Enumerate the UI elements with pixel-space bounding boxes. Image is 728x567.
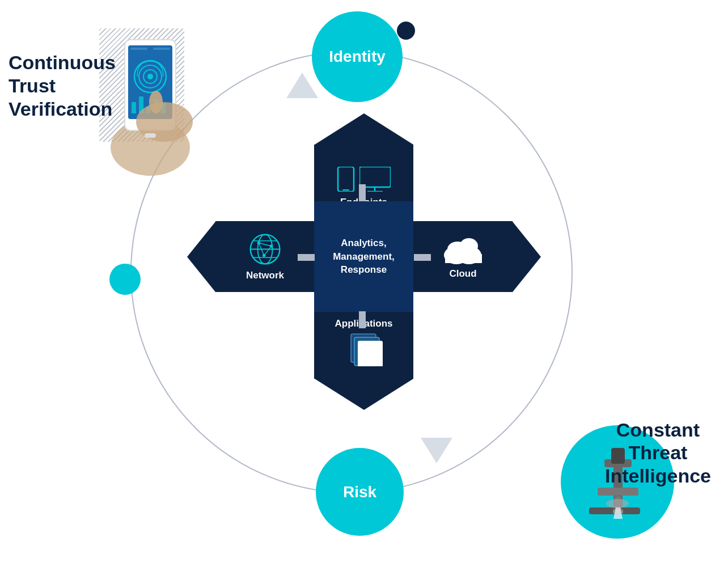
arrow-up-identity: [286, 73, 318, 98]
constant-threat-label: ConstantThreatIntelligence: [605, 418, 711, 488]
teal-dot-left: [109, 264, 141, 295]
identity-dark-dot: [397, 22, 415, 40]
risk-label: Risk: [343, 483, 376, 501]
svg-rect-7: [358, 341, 383, 366]
svg-point-30: [147, 74, 153, 79]
applications-icon-svg: [348, 329, 385, 366]
network-label: Network: [246, 270, 284, 281]
network-globe-icon: [248, 232, 282, 266]
identity-circle: Identity: [312, 11, 403, 102]
network-arrow: [187, 222, 215, 292]
arrow-down-risk: [421, 438, 452, 463]
svg-point-22: [460, 238, 478, 254]
connector-horizontal-left: [298, 254, 315, 261]
svg-rect-33: [132, 102, 136, 113]
applications-arrow: [315, 379, 413, 410]
analytics-label: Analytics,Management,Response: [333, 236, 395, 277]
cloud-block: Cloud: [413, 221, 541, 292]
cloud-label: Cloud: [449, 268, 476, 280]
diagram-container: Identity Risk: [0, 0, 728, 567]
risk-circle: Risk: [316, 448, 404, 536]
svg-rect-47: [598, 488, 638, 496]
cloud-arrow: [513, 222, 541, 292]
svg-point-48: [606, 499, 629, 508]
svg-rect-31: [130, 48, 147, 50]
svg-rect-23: [445, 254, 482, 263]
apps-icon: [348, 329, 379, 361]
identity-label: Identity: [329, 48, 386, 66]
cloud-icon: [441, 234, 486, 265]
svg-line-17: [264, 246, 271, 256]
svg-line-16: [259, 243, 271, 246]
svg-rect-0: [338, 167, 354, 192]
network-block: Network: [187, 221, 315, 292]
analytics-center-box: Analytics,Management,Response: [314, 201, 413, 312]
continuous-trust-label: ContinuousTrustVerification: [9, 51, 116, 120]
connector-vertical-top: [359, 184, 366, 201]
svg-rect-1: [342, 189, 349, 191]
svg-rect-40: [145, 133, 156, 138]
mobile-icon: [337, 167, 355, 192]
svg-point-38: [136, 102, 193, 142]
endpoints-arrow: [315, 113, 413, 145]
connector-horizontal-right: [414, 254, 431, 261]
connector-vertical-bottom: [359, 311, 366, 328]
svg-rect-32: [153, 48, 170, 50]
svg-point-39: [149, 91, 163, 113]
